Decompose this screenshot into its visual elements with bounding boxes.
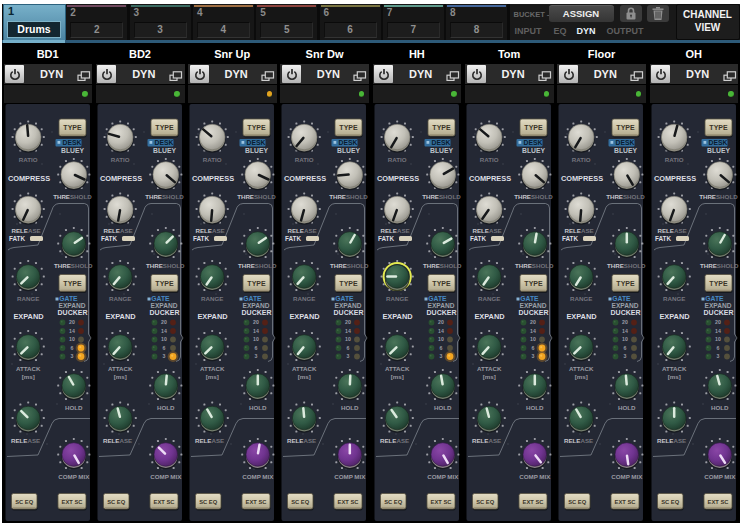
svg-text:TYPE: TYPE (709, 280, 728, 287)
svg-text:10: 10 (622, 336, 628, 342)
svg-text:COMPRESS: COMPRESS (561, 174, 603, 183)
svg-text:TYPE: TYPE (155, 124, 174, 131)
svg-text:6: 6 (624, 345, 627, 351)
svg-text:FATK: FATK (470, 236, 487, 243)
svg-text:SHOLD: SHOLD (69, 194, 91, 201)
svg-text:COMPRESS: COMPRESS (284, 174, 326, 183)
svg-text:DESK: DESK (524, 140, 543, 147)
svg-text:THRE: THRE (606, 194, 623, 201)
svg-text:20: 20 (161, 319, 167, 325)
svg-text:COMP MIX: COMP MIX (335, 473, 367, 480)
svg-text:ASE: ASE (673, 437, 686, 444)
svg-text:RANGE: RANGE (478, 296, 500, 303)
svg-text:ATTACK: ATTACK (15, 365, 40, 372)
svg-text:GATE: GATE (613, 296, 632, 303)
svg-text:3: 3 (439, 353, 442, 359)
svg-text:ASE: ASE (120, 228, 133, 235)
svg-text:COMPRESS: COMPRESS (7, 174, 49, 183)
svg-text:TYPE: TYPE (617, 280, 636, 287)
svg-text:COMPRESS: COMPRESS (100, 174, 142, 183)
svg-text:ATTACK: ATTACK (662, 365, 687, 372)
svg-text:TYPE: TYPE (63, 280, 82, 287)
svg-text:RELE: RELE (287, 437, 304, 444)
svg-text:ATTACK: ATTACK (108, 365, 133, 372)
svg-text:DUCKER: DUCKER (57, 309, 87, 316)
svg-text:6: 6 (716, 345, 719, 351)
svg-text:3: 3 (162, 353, 165, 359)
svg-text:DUCKER: DUCKER (149, 309, 179, 316)
svg-text:DESK: DESK (247, 140, 266, 147)
svg-text:SC EQ: SC EQ (384, 499, 402, 505)
svg-text:3: 3 (716, 353, 719, 359)
svg-text:6: 6 (162, 345, 165, 351)
svg-text:DESK: DESK (708, 140, 727, 147)
svg-text:COMPRESS: COMPRESS (377, 174, 419, 183)
svg-text:GATE: GATE (151, 296, 170, 303)
svg-text:TYPE: TYPE (432, 124, 451, 131)
svg-text:RELE: RELE (657, 228, 674, 235)
svg-text:RANGE: RANGE (570, 296, 592, 303)
svg-text:SHOLD: SHOLD (162, 194, 184, 201)
svg-text:ASE: ASE (674, 228, 687, 235)
svg-text:FATK: FATK (655, 236, 672, 243)
svg-text:THRE: THRE (700, 263, 717, 270)
svg-text:TYPE: TYPE (247, 280, 266, 287)
svg-text:SHOLD: SHOLD (255, 263, 277, 270)
svg-text:GATE: GATE (705, 296, 724, 303)
svg-text:COMP MIX: COMP MIX (704, 473, 736, 480)
svg-text:EXPAND: EXPAND (335, 303, 362, 310)
svg-text:20: 20 (530, 319, 536, 325)
svg-text:14: 14 (530, 328, 536, 334)
svg-text:HOLD: HOLD (618, 404, 636, 411)
svg-text:GATE: GATE (59, 296, 78, 303)
svg-text:RANGE: RANGE (293, 296, 315, 303)
svg-text:COMP MIX: COMP MIX (612, 473, 644, 480)
svg-text:RATIO: RATIO (387, 156, 406, 163)
svg-text:6: 6 (347, 345, 350, 351)
svg-text:EXPAND: EXPAND (150, 303, 177, 310)
svg-text:ASE: ASE (397, 228, 410, 235)
svg-text:RATIO: RATIO (18, 156, 37, 163)
svg-text:ASE: ASE (212, 228, 225, 235)
svg-text:DUCKER: DUCKER (426, 309, 456, 316)
svg-text:ASE: ASE (581, 437, 594, 444)
svg-text:SHOLD: SHOLD (716, 194, 738, 201)
svg-text:10: 10 (253, 336, 259, 342)
svg-text:3: 3 (70, 353, 73, 359)
svg-text:HOLD: HOLD (526, 404, 544, 411)
svg-text:EXPAND: EXPAND (382, 312, 413, 321)
svg-text:ASE: ASE (304, 228, 317, 235)
svg-text:EXT SC: EXT SC (615, 499, 637, 505)
svg-text:14: 14 (253, 328, 259, 334)
svg-text:RANGE: RANGE (201, 296, 223, 303)
svg-text:ATTACK: ATTACK (569, 365, 594, 372)
svg-text:EXT SC: EXT SC (707, 499, 729, 505)
svg-text:SC EQ: SC EQ (199, 499, 217, 505)
svg-text:[ms]: [ms] (390, 373, 403, 380)
svg-text:14: 14 (622, 328, 628, 334)
svg-text:COMP MIX: COMP MIX (519, 473, 551, 480)
svg-text:ATTACK: ATTACK (385, 365, 410, 372)
svg-text:BLUEY: BLUEY (430, 148, 453, 155)
svg-text:RELE: RELE (196, 228, 213, 235)
svg-text:THRE: THRE (515, 263, 532, 270)
svg-text:EXPAND: EXPAND (567, 312, 598, 321)
svg-text:RELE: RELE (11, 228, 28, 235)
svg-text:20: 20 (438, 319, 444, 325)
svg-text:10: 10 (438, 336, 444, 342)
svg-text:EXPAND: EXPAND (704, 303, 731, 310)
svg-text:SC EQ: SC EQ (569, 499, 587, 505)
svg-text:DUCKER: DUCKER (334, 309, 364, 316)
svg-text:RELE: RELE (657, 437, 674, 444)
svg-text:SHOLD: SHOLD (716, 263, 738, 270)
svg-text:6: 6 (70, 345, 73, 351)
svg-text:ASE: ASE (27, 437, 40, 444)
svg-text:COMPRESS: COMPRESS (653, 174, 695, 183)
svg-text:GATE: GATE (243, 296, 262, 303)
svg-text:THRE: THRE (699, 194, 716, 201)
svg-text:SC EQ: SC EQ (15, 499, 33, 505)
svg-text:ASE: ASE (27, 228, 40, 235)
svg-text:BLUEY: BLUEY (153, 148, 176, 155)
svg-text:ATTACK: ATTACK (200, 365, 225, 372)
svg-text:GATE: GATE (520, 296, 539, 303)
